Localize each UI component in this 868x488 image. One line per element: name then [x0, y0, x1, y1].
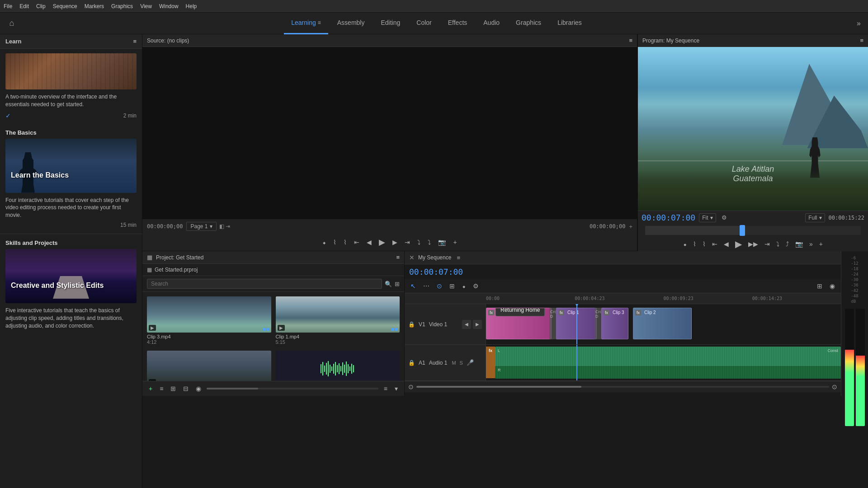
- audio-lock-icon[interactable]: 🔒: [408, 360, 415, 366]
- source-fwd-icon[interactable]: ⇥: [404, 238, 411, 247]
- toolbar-collapse-icon[interactable]: ▾: [393, 384, 400, 393]
- program-play-button[interactable]: ▶: [735, 239, 742, 249]
- timeline-zoom-bar[interactable]: [416, 386, 829, 388]
- source-add-icon[interactable]: +: [629, 223, 632, 230]
- freeform-view-button[interactable]: ⊟: [181, 384, 190, 393]
- audio-track-name: Audio 1: [429, 360, 448, 366]
- new-item-button[interactable]: +: [147, 384, 154, 393]
- track-next-button[interactable]: ▶: [473, 320, 482, 329]
- project-search-input[interactable]: [147, 279, 382, 289]
- source-play-button[interactable]: ▶: [378, 236, 386, 248]
- toolbar-more-icon[interactable]: ≡: [382, 384, 389, 393]
- menu-window[interactable]: Window: [159, 3, 179, 9]
- program-monitor-menu-icon[interactable]: ≡: [860, 37, 863, 44]
- program-settings-icon[interactable]: ⚙: [722, 214, 727, 221]
- tab-audio[interactable]: Audio: [476, 13, 507, 34]
- svg-rect-6: [331, 366, 332, 371]
- program-fwd-icon[interactable]: ⇥: [764, 240, 770, 248]
- learn-basics-card[interactable]: Learn the Basics Four interactive tutori…: [5, 139, 137, 228]
- program-scrubber[interactable]: [645, 226, 861, 235]
- project-panel-menu-icon[interactable]: ≡: [396, 254, 400, 261]
- tab-editing[interactable]: Editing: [373, 13, 407, 34]
- home-button[interactable]: ⌂: [4, 15, 20, 32]
- source-more-icon[interactable]: +: [452, 238, 458, 247]
- project-search-icon[interactable]: 🔍: [385, 281, 392, 287]
- source-monitor-menu-icon[interactable]: ≡: [629, 37, 632, 44]
- razor-tool-button[interactable]: ⋯: [422, 281, 431, 291]
- source-extract-icon[interactable]: ⌇: [343, 238, 348, 247]
- linked-selection-button[interactable]: ⊞: [448, 281, 456, 291]
- tab-effects[interactable]: Effects: [441, 13, 475, 34]
- program-camera-icon[interactable]: 📷: [795, 240, 803, 248]
- tl-begin-icon[interactable]: ⊙: [408, 383, 414, 390]
- learn-panel-menu-icon[interactable]: ≡: [133, 38, 137, 45]
- timeline-display-icon[interactable]: ⊞: [816, 281, 824, 291]
- program-add-icon[interactable]: +: [819, 240, 823, 248]
- creative-edits-card[interactable]: Creative and Stylistic Edits Five intera…: [5, 249, 137, 329]
- program-in-point-icon[interactable]: ⬥: [683, 240, 687, 248]
- snap-tool-button[interactable]: ⊙: [435, 281, 443, 291]
- clip-item-2[interactable]: ▶ Clip 2: [147, 351, 271, 381]
- program-add-edit-icon[interactable]: ⌇: [693, 240, 696, 248]
- tab-libraries[interactable]: Libraries: [550, 13, 589, 34]
- intro-card[interactable]: A two-minute overview of the interface a…: [0, 49, 142, 124]
- audio-r-waveform: [495, 366, 841, 379]
- list-view-button[interactable]: ≡: [158, 384, 165, 393]
- program-more-icon[interactable]: »: [809, 240, 813, 248]
- program-insert-icon[interactable]: ⤵: [776, 240, 779, 248]
- video-subtitle-text: Guatemala: [732, 174, 774, 183]
- menu-graphics[interactable]: Graphics: [111, 3, 133, 9]
- clip-item-3[interactable]: ▶ Clip 3.mp4 4:12: [147, 296, 271, 346]
- source-overwrite-icon[interactable]: ⤵: [427, 238, 432, 247]
- source-add-edit-icon[interactable]: ⌇: [332, 238, 337, 247]
- track-lock-icon[interactable]: 🔒: [408, 321, 415, 328]
- sequence-close-icon[interactable]: ✕: [409, 254, 415, 261]
- clip-returning-home[interactable]: fx Returning Home Returning Home: [486, 308, 552, 339]
- project-icon-view-icon[interactable]: ⊞: [395, 281, 400, 287]
- source-insert-icon[interactable]: ⤵: [416, 238, 421, 247]
- program-step-back-icon[interactable]: ◀: [724, 240, 729, 248]
- menu-clip[interactable]: Clip: [36, 3, 46, 9]
- source-camera-icon[interactable]: 📷: [437, 238, 447, 247]
- timeline-eye-icon[interactable]: ◉: [828, 281, 836, 291]
- sequence-menu-icon[interactable]: ≡: [457, 254, 460, 261]
- audio-mic-icon[interactable]: 🎤: [467, 359, 474, 366]
- audio-solo-icon[interactable]: S: [460, 360, 463, 366]
- workspace-more-button[interactable]: »: [853, 18, 864, 29]
- menu-markers[interactable]: Markers: [85, 3, 104, 9]
- settings-tool-button[interactable]: ⚙: [472, 281, 480, 291]
- program-step-fwd-icon[interactable]: ▶▶: [748, 240, 758, 248]
- program-back-icon[interactable]: ⇤: [712, 240, 717, 248]
- menu-file[interactable]: File: [4, 3, 12, 9]
- source-back-icon[interactable]: ⇤: [353, 238, 360, 247]
- marker-tool-button[interactable]: ⬥: [461, 281, 467, 291]
- audio-clip-item[interactable]: Audio: [276, 351, 400, 381]
- program-full-selector[interactable]: Full ▾: [805, 213, 825, 222]
- program-extract-icon[interactable]: ⌇: [703, 240, 706, 248]
- source-step-fwd-icon[interactable]: ▶: [392, 238, 398, 247]
- monitors-row: Source: (no clips) ≡ 00:00:00;00 Page 1 …: [142, 34, 868, 251]
- menu-view[interactable]: View: [140, 3, 152, 9]
- clip-2-timeline[interactable]: fx Clip 2: [633, 308, 692, 339]
- page-indicator[interactable]: Page 1 ▾: [186, 222, 216, 231]
- audio-mute-icon[interactable]: M: [452, 360, 456, 366]
- tab-color[interactable]: Color: [409, 13, 439, 34]
- sort-icon[interactable]: ◉: [194, 384, 203, 393]
- program-lift-icon[interactable]: ⤴: [786, 240, 789, 248]
- tab-learning[interactable]: Learning ≡: [284, 13, 328, 34]
- selection-tool-button[interactable]: ↖: [409, 281, 417, 291]
- menu-help[interactable]: Help: [186, 3, 197, 9]
- clip-item-1[interactable]: ▶ Clip 1.mp4 5:15: [276, 296, 400, 346]
- program-fit-selector[interactable]: Fit ▾: [699, 213, 716, 222]
- clip-3-timeline[interactable]: fx Clip 3: [601, 308, 628, 339]
- menu-sequence[interactable]: Sequence: [53, 3, 77, 9]
- menu-edit[interactable]: Edit: [19, 3, 29, 9]
- center-area: Source: (no clips) ≡ 00:00:00;00 Page 1 …: [142, 34, 868, 488]
- source-in-point-icon[interactable]: ⬥: [321, 238, 327, 247]
- source-step-back-icon[interactable]: ◀: [366, 238, 373, 247]
- tab-assembly[interactable]: Assembly: [330, 13, 372, 34]
- track-prev-button[interactable]: ◀: [462, 320, 471, 329]
- tab-graphics[interactable]: Graphics: [509, 13, 548, 34]
- tl-end-icon[interactable]: ⊙: [832, 383, 837, 390]
- icon-view-button[interactable]: ⊞: [169, 384, 178, 393]
